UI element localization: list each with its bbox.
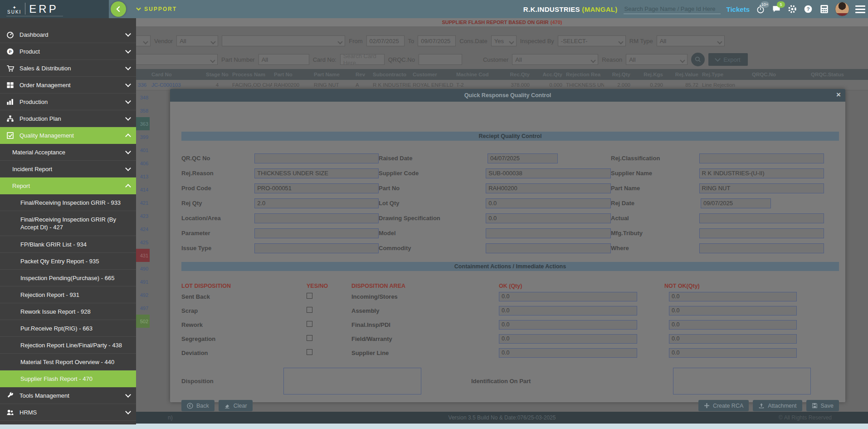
settings-button[interactable]	[787, 4, 797, 14]
sidebar-item-rejection-report-931[interactable]: Rejection Report - 931	[0, 286, 136, 303]
sidebar-item-order-management[interactable]: Order Management	[0, 77, 136, 94]
to-date-input[interactable]: 09/07/2025	[418, 35, 456, 46]
ok-qty-input[interactable]	[499, 292, 637, 301]
prod-code-field[interactable]	[254, 183, 379, 193]
rej-qty-field[interactable]	[254, 198, 379, 208]
ok-qty-input[interactable]	[499, 334, 637, 344]
disposition-textarea[interactable]	[283, 368, 421, 394]
ok-qty-input[interactable]	[499, 348, 637, 358]
segregation-checkbox[interactable]	[307, 335, 312, 341]
part-select[interactable]	[136, 54, 218, 65]
sidebar-item-packet-qty-935[interactable]: Packet Qty Entry Report - 935	[0, 253, 136, 270]
sidebar-item-dashboard[interactable]: Dashboard	[0, 26, 136, 43]
rej-classification-field[interactable]	[699, 153, 824, 163]
not-ok-qty-input[interactable]	[669, 292, 797, 301]
col-header: QRQC.No	[750, 72, 809, 77]
save-button[interactable]: Save	[806, 400, 839, 411]
not-ok-qty-input[interactable]	[669, 306, 797, 316]
sidebar-item-sales-distribution[interactable]: Sales & Distribution	[0, 60, 136, 77]
inspected-by-select[interactable]: -SELECT-	[558, 35, 626, 46]
scrap-checkbox[interactable]	[307, 307, 312, 313]
part-no-field[interactable]	[486, 183, 611, 193]
sidebar-item-incident-report[interactable]: Incident Report	[0, 161, 136, 178]
reason-select[interactable]: All	[626, 54, 688, 65]
row-number: 490	[136, 262, 150, 275]
timer-button[interactable]: 10+	[756, 4, 766, 14]
sidebar-item-final-receiving-grir-427[interactable]: Final/Receiving Inspection GRIR (By Acce…	[0, 211, 136, 236]
support-menu[interactable]: SUPPORT	[136, 0, 177, 18]
raised-date-field[interactable]	[488, 153, 558, 163]
sidebar-item-supplier-flash-470[interactable]: Supplier Flash Report - 470	[0, 370, 136, 387]
sidebar-item-production[interactable]: Production	[0, 94, 136, 110]
sidebar-item-product[interactable]: P Product	[0, 43, 136, 60]
sent-back-checkbox[interactable]	[307, 293, 312, 299]
sidebar-item-report[interactable]: Report	[0, 178, 136, 194]
sidebar-collapse-button[interactable]	[111, 1, 126, 17]
rej-reason-field[interactable]	[254, 168, 379, 178]
sidebar-item-rework-issue-928[interactable]: Rework Issue Report - 928	[0, 303, 136, 320]
vendor-select[interactable]: All	[176, 35, 218, 46]
deviation-checkbox[interactable]	[307, 349, 312, 355]
sidebar-item-production-plan[interactable]: Production Plan	[0, 110, 136, 127]
sidebar-item-inspection-pending-665[interactable]: Inspection Pending(Purchase) - 665	[0, 270, 136, 286]
help-button[interactable]: ?	[803, 4, 813, 14]
export-button[interactable]: Export	[708, 53, 748, 66]
drawing-spec-field[interactable]	[486, 213, 611, 223]
lot-qty-field[interactable]	[486, 198, 611, 208]
qrqc-no-input[interactable]	[419, 54, 462, 65]
customer-select[interactable]: All	[512, 54, 598, 65]
sidebar-item-quality-management[interactable]: Quality Management	[0, 127, 136, 144]
card-no-input[interactable]: Search Card Here..	[340, 54, 385, 65]
search-button[interactable]	[691, 53, 705, 66]
not-ok-qty-input[interactable]	[669, 348, 797, 358]
sidebar-item-material-acceptance[interactable]: Material Acceptance	[0, 144, 136, 161]
supplier-name-field[interactable]	[699, 168, 824, 178]
from-date-input[interactable]: 02/07/2025	[366, 35, 405, 46]
identification-textarea[interactable]	[673, 368, 811, 394]
sidebar-item-pur-receive-663[interactable]: Pur.Receive Rpt(RIG) - 663	[0, 320, 136, 337]
create-rca-button[interactable]: Create RCA	[698, 400, 749, 411]
issue-type-field[interactable]	[254, 243, 379, 253]
messages-badge: 5	[777, 1, 785, 8]
calculator-button[interactable]	[819, 4, 829, 14]
part-name-field[interactable]	[699, 183, 824, 193]
sidebar-item-hrms[interactable]: HRMS	[0, 404, 136, 421]
menu-button[interactable]	[855, 5, 865, 13]
ok-qty-input[interactable]	[499, 320, 637, 330]
sidebar-item-rejection-line-final-party-438[interactable]: Rejection Report Line/Final/Party - 438	[0, 337, 136, 354]
sidebar-item-final-receiving-grir-933[interactable]: Final/Receiving Inspection GRIR - 933	[0, 194, 136, 211]
actual-field[interactable]	[699, 213, 824, 223]
where-field[interactable]	[699, 243, 824, 253]
page-search-input[interactable]	[624, 4, 721, 14]
location-area-field[interactable]	[254, 213, 379, 223]
mfg-tributy-field[interactable]	[699, 228, 824, 238]
sidebar-item-material-test-440[interactable]: Material Test Report Overview - 440	[0, 354, 136, 370]
not-ok-qty-input[interactable]	[669, 320, 797, 330]
sidebar-item-label: Production Plan	[20, 115, 61, 122]
parameter-field[interactable]	[254, 228, 379, 238]
cell-card-no[interactable]: JC-C000103	[150, 82, 204, 88]
sidebar-item-finance[interactable]: Finance	[0, 421, 136, 424]
part-number-input[interactable]: All	[258, 54, 309, 65]
attachment-button[interactable]: Attachment	[753, 400, 802, 411]
sidebar-item-tools-management[interactable]: Tools Management	[0, 387, 136, 404]
close-icon[interactable]: ×	[836, 90, 841, 99]
messages-button[interactable]: 5	[771, 4, 781, 14]
sidebar-item-fp-blank-grir-934[interactable]: FP/Blank GRIR List - 934	[0, 236, 136, 253]
rework-checkbox[interactable]	[307, 321, 312, 327]
ok-qty-input[interactable]	[499, 306, 637, 316]
not-ok-qty-input[interactable]	[669, 334, 797, 344]
rm-type-select[interactable]: All	[657, 35, 725, 46]
tickets-link[interactable]: Tickets	[727, 5, 750, 13]
qrqc-no-field[interactable]	[254, 153, 379, 163]
back-button[interactable]: Back	[181, 400, 215, 411]
clear-button[interactable]: Clear	[219, 400, 253, 411]
vendor-name-select[interactable]	[222, 35, 345, 46]
supplier-code-field[interactable]	[486, 168, 611, 178]
rej-date-field[interactable]	[701, 198, 771, 208]
model-field[interactable]	[486, 228, 611, 238]
cons-date-select[interactable]: Yes	[491, 35, 517, 46]
plant-select[interactable]	[136, 35, 151, 46]
user-avatar[interactable]	[835, 2, 849, 16]
commodity-field[interactable]	[486, 243, 611, 253]
